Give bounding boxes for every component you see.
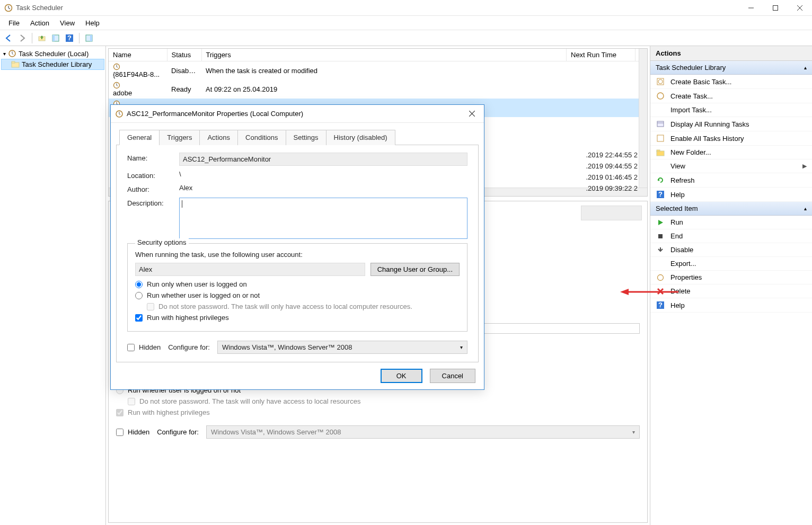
description-field[interactable] xyxy=(179,198,467,239)
cancel-button[interactable]: Cancel xyxy=(430,369,475,383)
panel2-icon[interactable] xyxy=(83,32,95,45)
action-new-folder[interactable]: New Folder... xyxy=(650,146,812,159)
action-properties[interactable]: Properties xyxy=(650,271,812,284)
back-button[interactable] xyxy=(2,32,15,45)
close-button[interactable] xyxy=(788,0,812,16)
tab-history[interactable]: History (disabled) xyxy=(326,130,395,145)
name-field[interactable]: ASC12_PerformanceMonitor xyxy=(179,153,467,166)
col-status[interactable]: Status xyxy=(167,49,201,61)
bg-configure-combo: Windows Vista™, Windows Server™ 2008▾ xyxy=(206,425,640,439)
window-title: Task Scheduler xyxy=(16,4,739,12)
folder-up-icon[interactable] xyxy=(36,32,48,45)
change-user-button[interactable]: Change User or Group... xyxy=(370,263,460,276)
dialog-tabs: General Triggers Actions Conditions Sett… xyxy=(116,127,479,145)
user-account-field: Alex xyxy=(135,263,365,276)
bg-hidden[interactable]: Hidden xyxy=(116,428,149,436)
table-row[interactable]: adobeReadyAt 09:22 on 25.04.20193 xyxy=(109,80,647,99)
folder-icon xyxy=(11,61,20,68)
display-all-running-tasks-icon xyxy=(656,120,665,128)
tree-library[interactable]: Task Scheduler Library xyxy=(1,59,104,70)
menu-file[interactable]: File xyxy=(3,17,25,29)
configure-for-label: Configure for: xyxy=(168,343,210,351)
configure-for-combo[interactable]: Windows Vista™, Windows Server™ 2008▾ xyxy=(217,341,467,354)
refresh-icon xyxy=(656,176,665,184)
security-account-label: When running the task, use the following… xyxy=(135,251,460,259)
dialog-close-button[interactable] xyxy=(464,106,480,122)
action-create-basic-task[interactable]: Create Basic Task... xyxy=(650,75,812,89)
security-options-title: Security options xyxy=(135,238,189,246)
run-logged-on-radio[interactable]: Run only when user is logged on xyxy=(135,280,460,288)
task-scheduler-icon xyxy=(8,49,16,58)
new-folder--icon xyxy=(656,149,665,156)
svg-rect-4 xyxy=(52,35,55,41)
svg-text:?: ? xyxy=(67,34,72,42)
action-help[interactable]: ?Help xyxy=(650,298,812,313)
tab-settings[interactable]: Settings xyxy=(286,130,326,145)
tab-actions[interactable]: Actions xyxy=(199,130,238,145)
hidden-check[interactable]: Hidden xyxy=(127,343,161,351)
bg-configure-label: Configure for: xyxy=(157,428,199,436)
disable-icon xyxy=(656,246,665,254)
vertical-scrollbar[interactable] xyxy=(639,49,647,196)
dialog-titlebar[interactable]: ASC12_PerformanceMonitor Properties (Loc… xyxy=(111,105,484,123)
ok-button[interactable]: OK xyxy=(381,369,422,383)
action-view[interactable]: View▶ xyxy=(650,159,812,173)
tab-triggers[interactable]: Triggers xyxy=(159,130,200,145)
svg-rect-1 xyxy=(773,5,778,10)
bg-nopass: Do not store password. The task will onl… xyxy=(116,397,640,405)
action-end[interactable]: End xyxy=(650,229,812,243)
menu-action[interactable]: Action xyxy=(25,17,55,29)
task-scheduler-icon xyxy=(115,110,123,118)
svg-point-16 xyxy=(658,79,663,84)
properties-dialog: ASC12_PerformanceMonitor Properties (Loc… xyxy=(110,104,484,390)
tree-root-label: Task Scheduler (Local) xyxy=(19,50,89,58)
action-refresh[interactable]: Refresh xyxy=(650,173,812,188)
minimize-button[interactable] xyxy=(739,0,763,16)
action-delete[interactable]: Delete xyxy=(650,284,812,298)
actions-section-selected[interactable]: Selected Item▴ xyxy=(650,202,812,216)
time-tail: .2019 22:44:55 2.2019 09:44:55 2.2019 01… xyxy=(586,149,638,194)
menu-view[interactable]: View xyxy=(55,17,80,29)
svg-rect-8 xyxy=(90,35,92,41)
action-export[interactable]: Export... xyxy=(650,257,812,271)
location-label: Location: xyxy=(127,170,173,180)
action-run[interactable]: Run xyxy=(650,216,812,229)
description-label: Description: xyxy=(127,198,173,207)
expand-caret-icon[interactable]: ▾ xyxy=(3,51,6,57)
actions-section-library[interactable]: Task Scheduler Library▴ xyxy=(650,61,812,75)
menu-help[interactable]: Help xyxy=(80,17,105,29)
table-row[interactable]: {861F94AB-8...DisabledWhen the task is c… xyxy=(109,61,647,81)
action-help[interactable]: ?Help xyxy=(650,188,812,202)
action-enable-all-tasks-history[interactable]: Enable All Tasks History xyxy=(650,131,812,146)
action-display-all-running-tasks[interactable]: Display All Running Tasks xyxy=(650,117,812,131)
col-next-run[interactable]: Next Run Time xyxy=(567,49,636,61)
svg-rect-22 xyxy=(657,150,660,152)
menubar: File Action View Help xyxy=(0,16,812,30)
svg-point-28 xyxy=(658,274,664,280)
tree-root[interactable]: ▾ Task Scheduler (Local) xyxy=(1,48,104,59)
forward-button[interactable] xyxy=(16,32,29,45)
svg-text:?: ? xyxy=(658,190,663,198)
col-triggers[interactable]: Triggers xyxy=(201,49,567,61)
action-disable[interactable]: Disable xyxy=(650,243,812,257)
table-header[interactable]: Name Status Triggers Next Run Time La xyxy=(109,49,647,61)
tab-general[interactable]: General xyxy=(119,130,160,145)
highest-privileges-check[interactable]: Run with highest privileges xyxy=(135,314,460,322)
author-value: Alex xyxy=(179,184,467,192)
run-whether-radio[interactable]: Run whether user is logged on or not xyxy=(135,291,460,299)
svg-text:?: ? xyxy=(658,301,663,309)
maximize-button[interactable] xyxy=(763,0,788,16)
svg-rect-11 xyxy=(12,61,15,63)
svg-rect-27 xyxy=(658,234,663,238)
bg-highpriv: Run with highest privileges xyxy=(116,408,640,416)
delete-icon xyxy=(656,288,665,295)
tree-library-label: Task Scheduler Library xyxy=(22,60,92,68)
create-task--icon xyxy=(656,92,665,100)
panel-icon[interactable] xyxy=(49,32,62,45)
help-icon: ? xyxy=(656,301,665,309)
tab-conditions[interactable]: Conditions xyxy=(237,130,286,145)
action-create-task[interactable]: Create Task... xyxy=(650,89,812,103)
col-name[interactable]: Name xyxy=(109,49,167,61)
action-import-task[interactable]: Import Task... xyxy=(650,103,812,117)
help-icon[interactable]: ? xyxy=(63,32,76,45)
